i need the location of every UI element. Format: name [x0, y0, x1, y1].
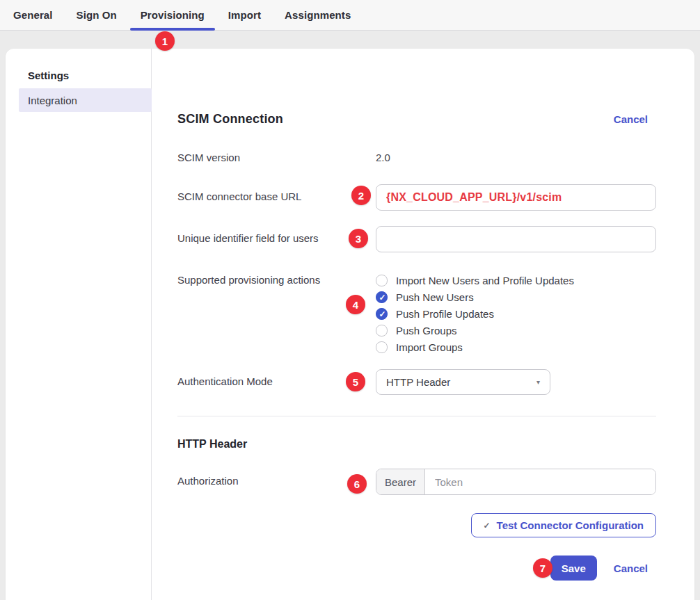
scim-version-value: 2.0	[376, 152, 390, 163]
unique-id-input[interactable]	[376, 226, 656, 252]
bearer-prefix: Bearer	[376, 469, 425, 494]
cancel-link-top[interactable]: Cancel	[614, 113, 648, 125]
checkbox-import-groups[interactable]	[376, 341, 388, 353]
checkbox-push-new-users[interactable]	[376, 291, 388, 303]
unique-id-row: Unique identifier field for users	[177, 226, 656, 252]
section-divider	[177, 416, 656, 416]
sidebar-item-label: Integration	[28, 95, 77, 106]
panel-title: SCIM Connection	[177, 112, 283, 127]
save-button[interactable]: Save	[550, 556, 597, 581]
authorization-label: Authorization	[177, 469, 376, 495]
checkbox-label: Push New Users	[396, 291, 474, 303]
callout-badge-1: 1	[155, 31, 175, 51]
cancel-link-bottom[interactable]: Cancel	[614, 562, 648, 574]
page: General Sign On Provisioning Import Assi…	[0, 0, 700, 600]
scim-connection-panel: SCIM Connection Cancel SCIM version 2.0 …	[152, 49, 694, 600]
chevron-down-icon	[536, 378, 540, 386]
callout-badge-2: 2	[351, 186, 371, 205]
checkbox-row-push-new-users[interactable]: Push New Users	[376, 289, 656, 305]
tab-provisioning[interactable]: Provisioning	[129, 0, 216, 30]
authorization-input-group: Bearer	[376, 469, 656, 495]
base-url-row: SCIM connector base URL	[177, 184, 656, 211]
checkbox-push-profile-updates[interactable]	[376, 308, 388, 320]
callout-badge-6: 6	[347, 474, 367, 494]
settings-sidebar: Settings Integration	[6, 49, 152, 600]
provisioning-actions-label: Supported provisioning actions	[177, 272, 376, 355]
test-connector-configuration-button[interactable]: Test Connector Configuration	[471, 513, 656, 537]
callout-badge-7: 7	[533, 558, 552, 578]
tab-assignments[interactable]: Assignments	[273, 0, 363, 30]
http-header-section-title: HTTP Header	[177, 438, 247, 451]
form-actions: Save Cancel	[550, 556, 648, 581]
check-icon	[484, 521, 491, 530]
callout-badge-5: 5	[346, 372, 365, 391]
callout-badge-4: 4	[346, 295, 365, 314]
checkbox-label: Import Groups	[396, 341, 463, 353]
auth-mode-selected-value: HTTP Header	[386, 376, 536, 388]
tab-import[interactable]: Import	[216, 0, 273, 30]
scim-version-label: SCIM version	[177, 152, 376, 164]
base-url-label: SCIM connector base URL	[177, 184, 376, 211]
auth-mode-select[interactable]: HTTP Header	[376, 369, 550, 395]
checkbox-row-push-groups[interactable]: Push Groups	[376, 322, 656, 339]
checkbox-import-users-updates[interactable]	[376, 275, 388, 286]
checkbox-label: Push Groups	[396, 325, 457, 337]
panel-header: SCIM Connection Cancel	[177, 112, 648, 127]
checkbox-label: Import New Users and Profile Updates	[396, 275, 574, 286]
unique-id-label: Unique identifier field for users	[177, 226, 376, 252]
checkbox-row-import-users-updates[interactable]: Import New Users and Profile Updates	[376, 272, 656, 289]
auth-mode-row: Authentication Mode HTTP Header	[177, 369, 656, 395]
callout-badge-3: 3	[349, 229, 368, 248]
checkbox-label: Push Profile Updates	[396, 308, 494, 320]
checkbox-row-push-profile-updates[interactable]: Push Profile Updates	[376, 305, 656, 322]
sidebar-header: Settings	[28, 70, 151, 81]
app-tab-bar: General Sign On Provisioning Import Assi…	[0, 0, 700, 31]
scim-version-row: SCIM version 2.0	[177, 152, 656, 164]
tab-general[interactable]: General	[1, 0, 65, 30]
checkbox-push-groups[interactable]	[376, 325, 388, 337]
checkbox-row-import-groups[interactable]: Import Groups	[376, 339, 656, 355]
token-input[interactable]	[425, 469, 655, 494]
base-url-input[interactable]	[376, 184, 656, 211]
content-card: Settings Integration SCIM Connection Can…	[6, 49, 694, 600]
authorization-row: Authorization Bearer	[177, 469, 656, 495]
test-connector-label: Test Connector Configuration	[497, 519, 644, 531]
sidebar-item-integration[interactable]: Integration	[19, 88, 152, 112]
tab-sign-on[interactable]: Sign On	[65, 0, 129, 30]
provisioning-actions-row: Supported provisioning actions Import Ne…	[177, 272, 656, 355]
